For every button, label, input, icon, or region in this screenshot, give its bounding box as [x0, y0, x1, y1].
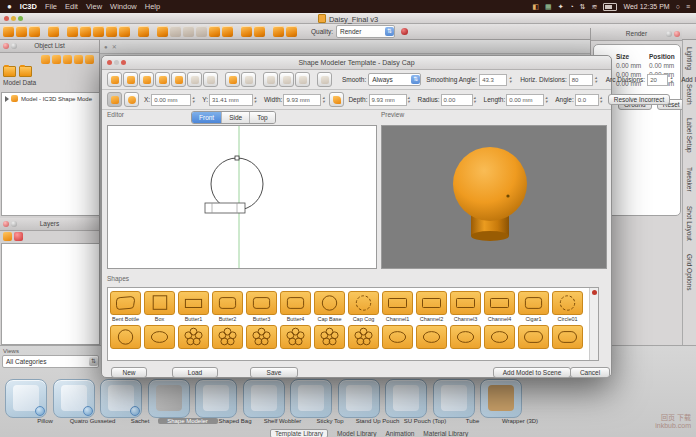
shape-tile-channel4[interactable]: Channel4 — [484, 291, 515, 322]
shape-tile[interactable] — [450, 325, 481, 349]
field-y[interactable]: 31.41 mm — [209, 94, 253, 106]
shape-tile-bent-bottle[interactable]: Bent Bottle — [110, 291, 141, 322]
battery-icon[interactable] — [603, 3, 617, 11]
stepper[interactable]: ▴▾ — [192, 94, 198, 105]
rotate-tool-icon[interactable] — [80, 26, 91, 37]
shape-tile[interactable] — [552, 325, 583, 349]
preview-canvas[interactable] — [381, 125, 607, 269]
notification-center-icon[interactable]: ≡ — [686, 3, 690, 10]
tab-side[interactable]: Side — [222, 112, 250, 123]
wifi-icon[interactable]: ≋ — [592, 3, 598, 11]
shape-tile-butter2[interactable]: Butter2 — [212, 291, 243, 322]
panel-close-button[interactable] — [3, 43, 9, 49]
quality-select[interactable]: Render⇅ — [336, 25, 395, 38]
panel-close-button[interactable] — [674, 31, 680, 37]
menu-file[interactable]: File — [45, 2, 57, 11]
panel-close-button[interactable] — [3, 221, 9, 227]
layers-list[interactable] — [1, 243, 100, 345]
folder-open-icon[interactable] — [19, 66, 32, 77]
apple-icon[interactable]: ● — [7, 2, 12, 11]
new-file-icon[interactable] — [3, 26, 14, 37]
snapshot-tool-icon[interactable] — [138, 26, 149, 37]
shape-tile[interactable] — [212, 325, 243, 349]
template-tile-wrapper-3d-[interactable] — [480, 379, 522, 418]
shape-tile-channel1[interactable]: Channel1 — [382, 291, 413, 322]
pointer-tool-icon[interactable] — [48, 26, 59, 37]
menu-ic3d[interactable]: IC3D — [20, 2, 37, 11]
link-icon[interactable] — [41, 55, 50, 64]
stepper[interactable]: ▴▾ — [670, 74, 676, 85]
shape-tile[interactable] — [280, 325, 311, 349]
app-status-icon[interactable]: ✦ — [558, 3, 564, 11]
unlink-icon[interactable] — [52, 55, 61, 64]
template-tile-shaped-bag[interactable] — [195, 379, 237, 418]
menu-window[interactable]: Window — [110, 2, 137, 11]
folder-icon[interactable] — [3, 66, 16, 77]
template-tile-shelf-wobbler[interactable] — [243, 379, 285, 418]
stepper[interactable]: ▴▾ — [545, 94, 551, 105]
shape-tile-channel2[interactable]: Channel2 — [416, 291, 447, 322]
shape-tile[interactable] — [484, 325, 515, 349]
delete-layer-icon[interactable] — [14, 232, 23, 241]
smooth-select[interactable]: Always⇅ — [368, 73, 421, 86]
dialog-close-button[interactable] — [107, 60, 112, 65]
side-tab-grid-options[interactable]: Grid Options — [686, 254, 693, 291]
text-tool-icon[interactable] — [209, 26, 220, 37]
ungroup-icon[interactable] — [74, 55, 83, 64]
side-tab-label-setup[interactable]: Label Setup — [686, 118, 693, 153]
edit-mode-button[interactable] — [107, 92, 122, 107]
template-tile-sticky-top[interactable] — [290, 379, 332, 418]
shape-tile[interactable] — [348, 325, 379, 349]
clock-icon[interactable]: ◔ — [570, 3, 574, 10]
shape-tile[interactable] — [314, 325, 345, 349]
scale-tool-icon[interactable] — [106, 26, 117, 37]
shapes-scrollbar[interactable] — [589, 288, 598, 360]
select-tool-icon[interactable] — [107, 72, 122, 87]
panel-collapse-button[interactable] — [666, 31, 672, 37]
template-tile-su-pouch-top-[interactable] — [385, 379, 427, 418]
field-width[interactable]: 9.93 mm — [283, 94, 321, 106]
views-select[interactable]: All Categories⇅ — [2, 355, 99, 368]
shape-tile-butter3[interactable]: Butter3 — [246, 291, 277, 322]
add-layer-icon[interactable] — [3, 232, 12, 241]
smoothing-angle-field[interactable]: 43.3 — [479, 74, 507, 86]
horiz-divisions-field[interactable]: 80 — [569, 74, 593, 86]
field-length[interactable]: 0.00 mm — [506, 94, 544, 106]
side-tab-search[interactable]: Search — [686, 84, 693, 105]
save-button[interactable]: Save — [250, 367, 298, 378]
shape-tool-icon[interactable] — [171, 72, 186, 87]
side-tab-lighting[interactable]: Lighting — [686, 47, 693, 70]
shape-tile-box[interactable]: Box — [144, 291, 175, 322]
app-status-icon[interactable]: ▦ — [545, 3, 552, 11]
template-tile-sachet[interactable] — [100, 379, 142, 418]
load-button[interactable]: Load — [172, 367, 218, 378]
template-tile-quatro-gusseted[interactable] — [53, 379, 95, 418]
arc-divisions-field[interactable]: 20 — [647, 74, 668, 86]
environment-tool-icon[interactable] — [254, 26, 265, 37]
app-status-icon[interactable]: ◧ — [532, 3, 539, 11]
new-button[interactable]: New — [111, 367, 147, 378]
tab-top[interactable]: Top — [250, 112, 274, 123]
cancel-button[interactable]: Cancel — [570, 367, 610, 378]
template-tile-stand-up-pouch[interactable] — [338, 379, 380, 418]
shape-tile[interactable] — [246, 325, 277, 349]
shape-tile-cap-cog[interactable]: Cap Cog — [348, 291, 379, 322]
shape-tile[interactable] — [110, 325, 141, 349]
dialog-minimize-button[interactable] — [114, 60, 119, 65]
group-icon[interactable] — [63, 55, 72, 64]
field-depth[interactable]: 9.93 mm — [369, 94, 407, 106]
shape-tile[interactable] — [518, 325, 549, 349]
stepper[interactable]: ▴▾ — [408, 94, 414, 105]
template-tile-pillow[interactable] — [5, 379, 47, 418]
fill-tool-icon[interactable] — [225, 72, 240, 87]
menu-view[interactable]: View — [86, 2, 102, 11]
open-file-icon[interactable] — [16, 26, 27, 37]
bluetooth-icon[interactable]: ⇅ — [580, 3, 586, 11]
side-tab-tweaker[interactable]: Tweaker — [686, 167, 693, 192]
shape-tile[interactable] — [382, 325, 413, 349]
tree-item-model[interactable]: Model - IC3D Shape Mode — [2, 93, 99, 104]
library-tab-model-library[interactable]: Model Library — [337, 430, 376, 437]
shape-tile-channel3[interactable]: Channel3 — [450, 291, 481, 322]
vertex-tool-icon[interactable] — [155, 72, 170, 87]
shape-tile-cap-base[interactable]: Cap Base — [314, 291, 345, 322]
